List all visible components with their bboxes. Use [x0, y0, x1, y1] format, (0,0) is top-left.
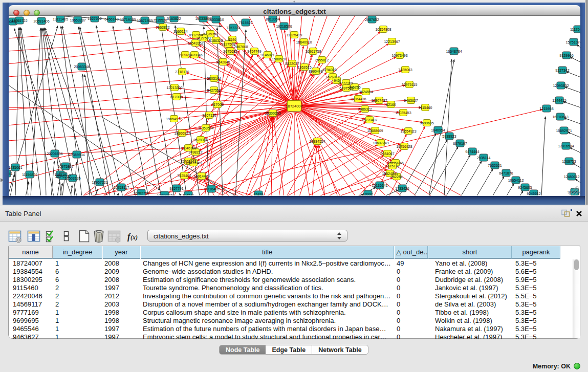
svg-text:11125419: 11125419: [570, 28, 580, 31]
svg-text:11353594: 11353594: [198, 126, 214, 130]
svg-text:5226058: 5226058: [203, 32, 217, 36]
svg-text:16640910: 16640910: [296, 40, 312, 44]
svg-text:9857791: 9857791: [169, 187, 183, 190]
svg-text:2718170: 2718170: [175, 70, 189, 74]
svg-text:3267130: 3267130: [202, 114, 216, 117]
svg-text:1640954: 1640954: [431, 128, 445, 132]
svg-text:104511: 104511: [183, 193, 194, 196]
svg-text:5163822: 5163822: [167, 17, 181, 20]
svg-text:9115460: 9115460: [419, 106, 432, 110]
svg-text:19218506: 19218506: [276, 25, 292, 28]
svg-text:7515526: 7515526: [153, 18, 167, 22]
svg-text:17957223: 17957223: [92, 181, 107, 184]
svg-text:25300203: 25300203: [265, 112, 280, 115]
svg-text:3498222: 3498222: [188, 150, 202, 154]
svg-text:10807487: 10807487: [371, 99, 387, 102]
svg-text:10975867: 10975867: [57, 165, 73, 168]
svg-text:92455: 92455: [253, 193, 264, 196]
svg-text:9242845: 9242845: [216, 60, 230, 64]
svg-text:7515527: 7515527: [238, 21, 252, 25]
svg-text:7357224: 7357224: [226, 26, 240, 30]
svg-text:1733426: 1733426: [395, 187, 409, 190]
svg-text:3660124: 3660124: [173, 30, 187, 33]
svg-text:1435061: 1435061: [9, 166, 23, 169]
svg-text:12213967: 12213967: [384, 40, 400, 43]
svg-text:10671985: 10671985: [137, 19, 153, 23]
svg-text:20206536: 20206536: [47, 152, 62, 156]
svg-text:9777169: 9777169: [339, 81, 353, 85]
svg-text:9699695: 9699695: [420, 121, 433, 125]
svg-text:12342737: 12342737: [55, 174, 71, 178]
svg-text:20053346: 20053346: [74, 65, 90, 69]
svg-text:16914479: 16914479: [193, 174, 209, 178]
svg-text:817006: 817006: [170, 95, 182, 99]
svg-text:9474444: 9474444: [465, 150, 479, 154]
svg-text:9329966: 9329966: [559, 54, 573, 57]
svg-text:7625402: 7625402: [177, 174, 191, 178]
svg-text:11325419: 11325419: [287, 33, 302, 37]
svg-text:11156829: 11156829: [22, 173, 37, 177]
svg-text:3624554: 3624554: [359, 90, 373, 94]
svg-text:12450112: 12450112: [564, 175, 580, 179]
svg-text:8186328: 8186328: [209, 39, 223, 42]
svg-text:7955812: 7955812: [315, 58, 329, 62]
svg-text:391541: 391541: [9, 172, 13, 176]
svg-text:19384554: 19384554: [309, 140, 325, 143]
svg-text:17016504: 17016504: [558, 144, 574, 148]
svg-text:12323446: 12323446: [157, 193, 172, 196]
svg-text:8990448: 8990448: [309, 70, 322, 73]
svg-text:15720407: 15720407: [361, 118, 377, 122]
svg-text:7663822: 7663822: [156, 26, 169, 29]
svg-text:1362615: 1362615: [297, 65, 311, 69]
svg-text:2867608: 2867608: [234, 45, 248, 49]
svg-text:18724007: 18724007: [286, 104, 302, 108]
svg-text:8454749: 8454749: [247, 50, 261, 53]
svg-text:10653287: 10653287: [70, 18, 85, 22]
svg-text:16782759: 16782759: [133, 191, 149, 195]
svg-text:9245605: 9245605: [518, 186, 532, 189]
svg-text:1621072: 1621072: [325, 75, 339, 79]
svg-text:19111405: 19111405: [53, 17, 68, 21]
svg-text:6794028: 6794028: [322, 68, 336, 72]
svg-text:16210643: 16210643: [552, 115, 568, 119]
svg-text:1268753: 1268753: [562, 160, 576, 163]
svg-text:5938923: 5938923: [442, 135, 456, 138]
svg-text:6879197: 6879197: [453, 142, 467, 145]
svg-text:1244415: 1244415: [552, 99, 566, 102]
svg-text:10719185: 10719185: [120, 18, 136, 21]
svg-text:417006: 417006: [211, 103, 223, 106]
svg-text:3675685: 3675685: [223, 50, 237, 53]
svg-text:10654112: 10654112: [508, 179, 524, 182]
svg-text:9084067: 9084067: [380, 152, 394, 156]
svg-text:12093832: 12093832: [553, 84, 569, 87]
svg-text:12975115: 12975115: [402, 83, 418, 86]
svg-text:2087652: 2087652: [365, 18, 379, 21]
svg-text:7485063: 7485063: [398, 68, 412, 72]
svg-text:1546: 1546: [228, 38, 236, 41]
svg-text:1215958: 1215958: [539, 107, 553, 111]
svg-text:6497568: 6497568: [339, 86, 353, 90]
svg-text:10958117: 10958117: [114, 186, 129, 189]
svg-text:252254: 252254: [390, 175, 402, 179]
svg-text:(x): (x): [130, 234, 138, 241]
svg-text:19756928: 19756928: [396, 145, 412, 148]
svg-text:16543352: 16543352: [187, 41, 203, 45]
svg-text:8578334: 8578334: [193, 138, 207, 142]
svg-text:2803144: 2803144: [207, 77, 221, 80]
svg-text:7632621: 7632621: [488, 164, 502, 167]
svg-text:10688609: 10688609: [367, 129, 383, 133]
svg-text:20691406: 20691406: [33, 19, 49, 23]
svg-text:9146821: 9146821: [260, 53, 274, 57]
svg-text:10992: 10992: [363, 192, 373, 196]
svg-text:16961758: 16961758: [305, 50, 321, 53]
svg-text:18607249: 18607249: [373, 141, 388, 145]
svg-text:14055722: 14055722: [11, 19, 27, 23]
svg-text:1588520: 1588520: [272, 57, 286, 61]
svg-text:16033810: 16033810: [208, 18, 224, 21]
svg-text:62160: 62160: [386, 103, 396, 106]
svg-text:2935114: 2935114: [477, 156, 491, 160]
svg-text:19654932: 19654932: [166, 117, 182, 121]
svg-text:1527602: 1527602: [88, 17, 101, 20]
svg-text:8471876: 8471876: [499, 171, 513, 175]
svg-text:16648784: 16648784: [446, 50, 462, 53]
